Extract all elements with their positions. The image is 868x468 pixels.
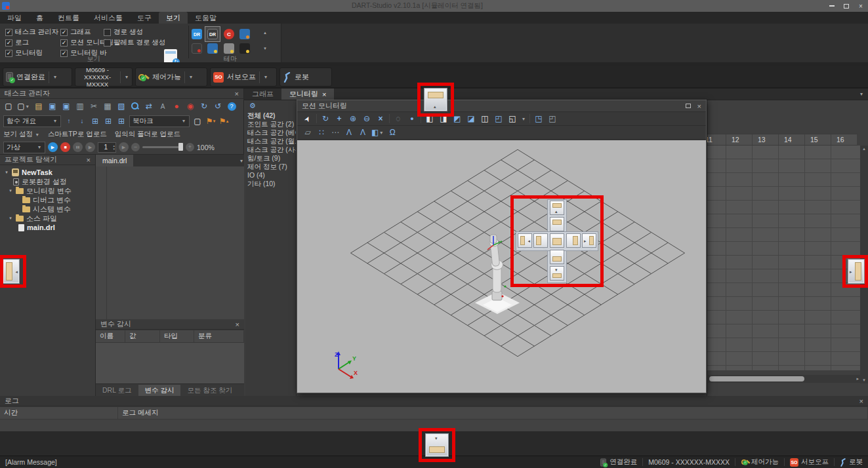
category-etc[interactable]: 기타 (10): [245, 180, 296, 188]
status-control-permission[interactable]: ✓제어가능: [741, 458, 779, 467]
print-icon[interactable]: ▥: [75, 101, 85, 111]
checkbox-pallet-path-generation[interactable]: 팔레트 경로 생성: [104, 38, 165, 47]
category-joint-space[interactable]: 조인트 공간 (2): [245, 120, 296, 128]
theme-cube-black-yellow[interactable]: [239, 43, 250, 54]
show-joint-path-icon[interactable]: Λ: [358, 127, 368, 138]
dock-target-top-split[interactable]: [550, 217, 564, 231]
control-dropdown-icon[interactable]: ▾: [188, 74, 194, 80]
show-tool-icon[interactable]: Ω: [387, 127, 398, 138]
menu-help[interactable]: 도움말: [188, 12, 224, 24]
show-points-icon[interactable]: ⋯: [330, 127, 341, 138]
theme-dark-red[interactable]: [192, 43, 202, 54]
bookmark-dropdown[interactable]: 북마크▾: [129, 115, 190, 127]
zoom-out-button[interactable]: −: [131, 143, 140, 151]
open-folder-icon[interactable]: ▤: [33, 101, 44, 111]
servo-off-button[interactable]: SO 서보오프 ▾: [210, 68, 277, 87]
tab-monitoring[interactable]: 모니터링×: [281, 88, 334, 100]
menu-view[interactable]: 보기: [159, 12, 188, 24]
new-file-icon[interactable]: ▢: [3, 101, 14, 111]
robot-model-dropdown-icon[interactable]: ▾: [124, 74, 129, 80]
zoom-fit-icon[interactable]: ×: [375, 113, 386, 124]
replace-icon[interactable]: ⇄: [144, 101, 154, 111]
pan-view-icon[interactable]: +: [334, 113, 344, 124]
sort-ascending-icon[interactable]: ↑: [64, 116, 74, 127]
highlight-icon[interactable]: ●: [407, 113, 417, 124]
view-front-icon[interactable]: ◧: [424, 113, 435, 124]
zoom-in-view-icon[interactable]: ⊕: [348, 113, 358, 124]
dock-target-bottom-split[interactable]: [550, 250, 564, 264]
hscroll-thumb[interactable]: [709, 376, 804, 381]
zoom-in-button[interactable]: +: [186, 143, 194, 151]
log-close-icon[interactable]: ×: [859, 397, 863, 405]
status-robot-model[interactable]: M0609 - XXXXXX-MXXXX: [648, 458, 730, 466]
cut-icon[interactable]: ✂: [89, 101, 99, 111]
control-permission-button[interactable]: ✓ 제어가능 ▾: [135, 68, 207, 87]
scroll-right-icon[interactable]: ▸: [856, 376, 859, 381]
servo-dropdown-icon[interactable]: ▾: [263, 74, 268, 80]
maximize-button[interactable]: [839, 1, 854, 10]
tree-item-robot-env[interactable]: 로봇환경 설정: [0, 177, 95, 186]
mode-dropdown[interactable]: 가상▾: [3, 142, 45, 153]
category-all[interactable]: 전체 (42): [245, 111, 296, 120]
dock-target-bottom[interactable]: ▾: [550, 266, 564, 281]
add-comment-icon[interactable]: ⊞: [116, 116, 127, 127]
tree-item-monitoring-vars[interactable]: ▾모니터링 변수: [0, 186, 95, 195]
speed-stepper[interactable]: 1 ▴▾: [98, 142, 116, 153]
function-overview-dropdown[interactable]: 함수 개요▾: [3, 115, 61, 127]
editor-tab-main-drl[interactable]: main.drl: [96, 155, 133, 166]
checkbox-graph[interactable]: ✓그래프: [60, 28, 91, 37]
tree-item-debug-vars[interactable]: 디버그 변수: [0, 195, 95, 205]
theme-red[interactable]: C: [224, 29, 234, 39]
tab-drl-log[interactable]: DRL 로그: [96, 385, 138, 397]
save-icon[interactable]: ▣: [47, 101, 58, 111]
sync-add-icon[interactable]: ↻: [199, 101, 209, 111]
theme-cube-blue-yellow[interactable]: [207, 43, 218, 54]
category-force-torque[interactable]: 힘/토크 (9): [245, 154, 296, 163]
menu-file[interactable]: 파일: [0, 12, 29, 24]
dock-target-center[interactable]: [550, 233, 564, 248]
dock-target-right-outer[interactable]: ▸: [582, 233, 596, 248]
tree-item-main-drl[interactable]: main.drl: [0, 223, 95, 232]
status-servo[interactable]: SO서보오프: [790, 458, 829, 467]
upload-folder-button[interactable]: 임의의 폴더로 업로드: [115, 130, 180, 139]
view-iso-icon[interactable]: ◱: [507, 113, 518, 124]
tree-item-source-files[interactable]: ▾소스 파일: [0, 214, 95, 223]
upload-smarttp-button[interactable]: 스마트TP로 업로드: [48, 130, 107, 139]
monitoring-settings-gear-icon[interactable]: ⚙: [247, 101, 258, 111]
view-ortho-icon[interactable]: ◰: [547, 113, 558, 124]
add-task-icon[interactable]: ⊞: [90, 116, 100, 127]
minimize-button[interactable]: [825, 1, 839, 10]
menu-home[interactable]: 홈: [29, 12, 51, 24]
dock-guide-left[interactable]: ◂: [3, 259, 20, 284]
menu-control[interactable]: 컨트롤: [51, 12, 87, 24]
dock-guide-right[interactable]: ▸: [848, 259, 865, 284]
measure-icon[interactable]: ◌: [393, 113, 403, 124]
tab-variable-watch[interactable]: 변수 감시: [138, 385, 181, 397]
connection-status-button[interactable]: ✓ 연결완료 ▾: [3, 68, 72, 87]
view-back-icon[interactable]: ◨: [438, 113, 449, 124]
monitoring-table-grid[interactable]: [707, 146, 861, 370]
tab-monitoring-close-icon[interactable]: ×: [322, 90, 326, 98]
zoom-slider-thumb[interactable]: [178, 143, 183, 151]
help-icon[interactable]: ?: [226, 101, 237, 111]
theme-scroll-down-icon[interactable]: ▾: [261, 46, 269, 51]
dock-guide-top[interactable]: ▴: [424, 88, 447, 111]
step-button[interactable]: ▶: [85, 142, 95, 152]
monitoring-table-hscrollbar[interactable]: ▸: [708, 375, 860, 383]
show-workspace-icon[interactable]: ◧▾: [371, 127, 384, 138]
project-explorer-close-icon[interactable]: ×: [87, 156, 91, 164]
motion-window-close-icon[interactable]: ×: [697, 102, 701, 110]
checkbox-path-generation[interactable]: 경로 생성: [104, 28, 143, 37]
new-file-dropdown-icon[interactable]: ▢▾: [17, 101, 30, 111]
view-left-icon[interactable]: ◩: [452, 113, 463, 124]
robot-button[interactable]: 로봇: [279, 68, 332, 87]
dock-guide-bottom[interactable]: ▾: [425, 433, 449, 457]
sync-remove-icon[interactable]: ↺: [213, 101, 223, 111]
scroll-up-icon[interactable]: ▴: [863, 146, 865, 151]
tab-overflow-icon[interactable]: ▾: [859, 88, 868, 100]
menu-service-tool[interactable]: 서비스툴: [87, 12, 130, 24]
record-icon[interactable]: ●: [171, 101, 182, 111]
theme-cube-gray-yellow[interactable]: [224, 43, 234, 54]
category-task-space-user[interactable]: 태스크 공간 (사용자): [245, 146, 296, 154]
theme-scroll-up-icon[interactable]: ▴: [261, 30, 269, 35]
